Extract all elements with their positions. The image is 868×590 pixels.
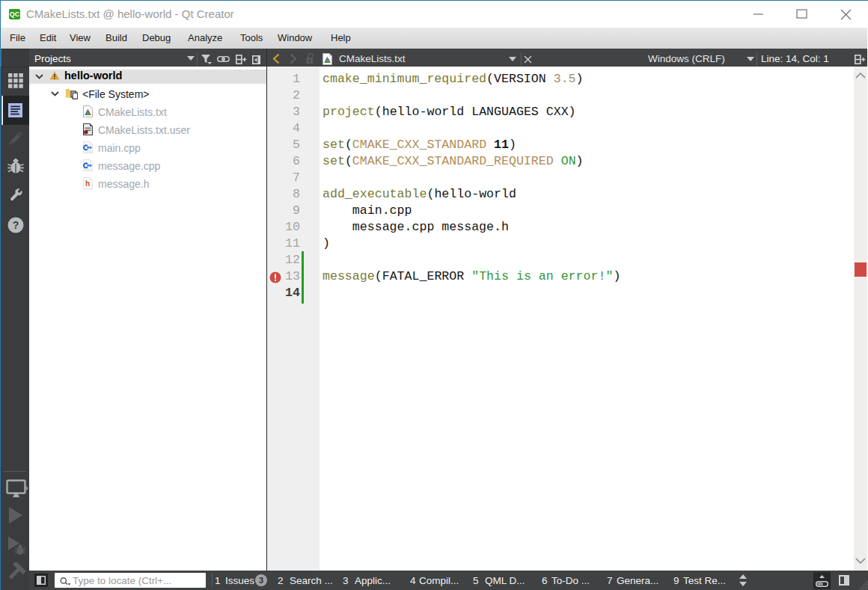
svg-text:?: ?: [13, 219, 19, 231]
svg-text:h: h: [85, 179, 90, 188]
